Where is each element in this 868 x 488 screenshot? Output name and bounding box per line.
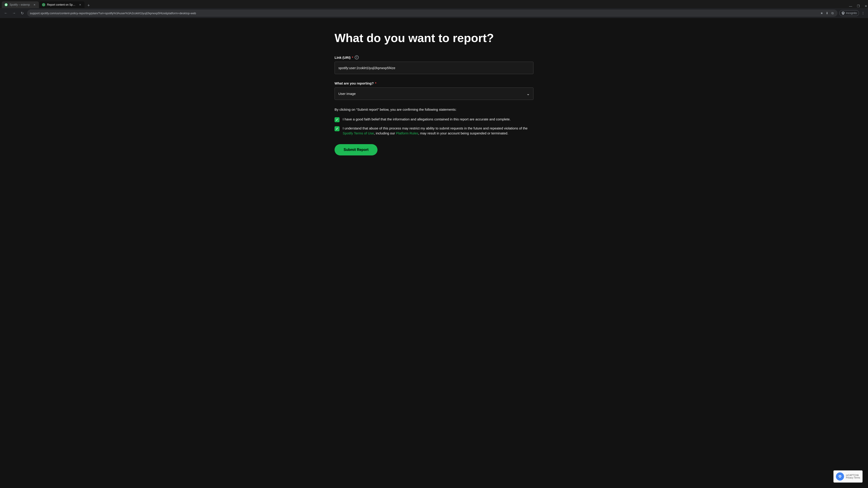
address-bar-icons: ★ ⬇ ⧉ [819,11,835,15]
recaptcha-label: reCAPTCHA [846,474,860,477]
checkmark-1: ✓ [336,118,338,122]
link-uri-required: * [352,56,353,59]
checkbox-2-text: I understand that abuse of this process … [343,126,533,136]
maximize-button[interactable]: ❐ [856,4,860,8]
menu-icon[interactable]: ⋮ [861,11,865,15]
address-bar[interactable]: support.spotify.com/us/content-policy-re… [27,9,837,17]
link-uri-label-text: Link (URI) [335,56,350,59]
link-uri-help-icon[interactable]: ? [355,55,359,59]
recaptcha-badge: reCAPTCHA Privacy Terms [833,470,863,483]
tab-spotify-close[interactable]: ✕ [33,3,36,6]
checkbox-1[interactable]: ✓ [335,117,340,122]
checkbox-2-wrapper[interactable]: ✓ [335,126,340,131]
spotify-favicon [4,3,8,6]
recaptcha-text-block: reCAPTCHA Privacy Terms [846,474,860,479]
recaptcha-links: Privacy Terms [846,477,860,479]
recaptcha-terms-link[interactable]: Terms [854,477,860,479]
recaptcha-privacy-link[interactable]: Privacy [846,477,853,479]
checkbox-1-wrapper[interactable]: ✓ [335,117,340,122]
report-favicon [42,3,45,6]
checkbox-1-text: I have a good faith belief that the info… [343,117,510,122]
page-title: What do you want to report? [335,32,533,44]
incognito-badge: Incognito [839,10,859,16]
extension-icon[interactable]: ⧉ [830,11,835,15]
tab-report-label: Report content on Spotify [47,3,76,6]
checkbox-2[interactable]: ✓ [335,126,340,131]
tab-bar: Spotify – esternp ✕ Report content on Sp… [0,0,868,8]
tab-spotify[interactable]: Spotify – esternp ✕ [2,1,39,8]
checkbox-item-1: ✓ I have a good faith belief that the in… [335,117,533,122]
incognito-label: Incognito [846,11,857,15]
browser-chrome: Spotify – esternp ✕ Report content on Sp… [0,0,868,18]
reload-button[interactable]: ↻ [19,10,25,16]
svg-point-0 [43,4,44,6]
reporting-type-label-text: What are you reporting? [335,81,374,85]
tab-report-close[interactable]: ✕ [79,3,82,6]
checkmark-2: ✓ [336,127,338,131]
link-uri-input[interactable] [335,62,533,74]
recaptcha-logo [836,473,844,481]
link-uri-group: Link (URI) * ? [335,55,533,74]
reporting-type-select[interactable]: User image Playlist artwork Profile name… [335,88,533,100]
url-display: support.spotify.com/us/content-policy-re… [30,11,817,15]
checkbox-group: ✓ I have a good faith belief that the in… [335,117,533,136]
back-button[interactable]: ← [3,10,9,16]
confirmation-text: By clicking on “Submit report” below, yo… [335,107,533,112]
tab-report[interactable]: Report content on Spotify ✕ [39,1,85,8]
submit-report-button[interactable]: Submit Report [335,144,377,156]
new-tab-button[interactable]: + [86,3,91,8]
reporting-type-group: What are you reporting? * User image Pla… [335,81,533,100]
link-uri-label: Link (URI) * ? [335,55,533,59]
page-content: What do you want to report? Link (URI) *… [326,18,542,173]
download-icon[interactable]: ⬇ [825,11,829,15]
platform-rules-link[interactable]: Platform Rules [396,131,418,135]
tab-spotify-label: Spotify – esternp [9,3,30,6]
spotify-terms-link[interactable]: Spotify Terms of Use [343,131,374,135]
reporting-type-select-wrapper: User image Playlist artwork Profile name… [335,88,533,100]
forward-button[interactable]: → [11,10,17,16]
reporting-type-label: What are you reporting? * [335,81,533,85]
bookmark-icon[interactable]: ★ [819,11,824,15]
close-button[interactable]: ✕ [864,4,868,8]
minimize-button[interactable]: — [848,4,852,8]
checkbox-item-2: ✓ I understand that abuse of this proces… [335,126,533,136]
window-controls: — ❐ ✕ [848,4,868,8]
address-bar-row: ← → ↻ support.spotify.com/us/content-pol… [0,8,868,18]
reporting-type-required: * [375,81,376,85]
